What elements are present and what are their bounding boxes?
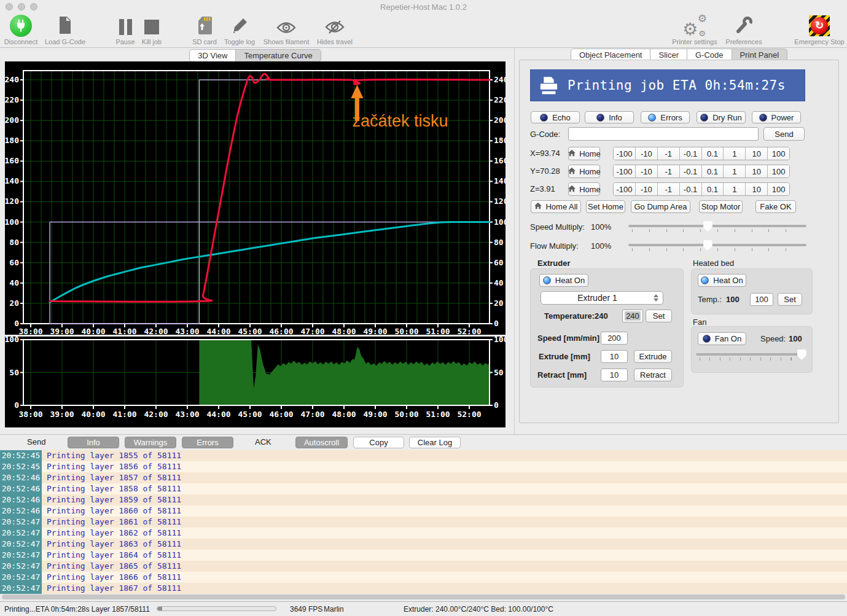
jog-step-button[interactable]: -0.1 xyxy=(679,147,701,160)
svg-text:46:00: 46:00 xyxy=(269,327,293,335)
jog-step-button[interactable]: -1 xyxy=(657,183,679,195)
toggle-info[interactable]: Info xyxy=(585,111,634,123)
emergency-stop-button[interactable]: ↻ Emergency Stop xyxy=(793,15,846,45)
stop-motor-button[interactable]: Stop Motor xyxy=(699,200,743,213)
toggle-log-button[interactable]: Toggle log xyxy=(221,15,258,45)
jog-step-button[interactable]: 100 xyxy=(767,147,789,160)
fan-speed-slider[interactable] xyxy=(696,349,805,361)
jog-step-button[interactable]: -1 xyxy=(657,165,679,177)
gcode-input[interactable] xyxy=(568,127,759,141)
go-dump-area-button[interactable]: Go Dump Area xyxy=(631,200,690,213)
jog-step-button[interactable]: -10 xyxy=(635,165,657,177)
button-label: Fake OK xyxy=(760,202,791,211)
shows-filament-button[interactable]: Shows filament xyxy=(260,15,313,45)
svg-text:50:00: 50:00 xyxy=(394,410,418,419)
printer-settings-button[interactable]: ⚙⚙⚙ Printer settings xyxy=(669,15,720,45)
extruder-temp-input[interactable]: 240 xyxy=(622,310,643,322)
load-gcode-button[interactable]: Load G-Code xyxy=(42,15,88,45)
app-window: Repetier-Host Mac 1.0.2 Disconnect Load … xyxy=(0,0,847,616)
fake-ok-button[interactable]: Fake OK xyxy=(755,200,796,213)
preferences-button[interactable]: Preferences xyxy=(723,15,765,45)
axis-position-z: Z=3.91 xyxy=(530,184,555,193)
jog-step-button[interactable]: 100 xyxy=(767,165,789,177)
toggle-echo[interactable]: Echo xyxy=(531,111,580,123)
svg-text:0: 0 xyxy=(14,400,19,410)
extruder-heat-toggle[interactable]: Heat On xyxy=(539,274,588,287)
pencil-icon xyxy=(231,17,248,37)
retract-button[interactable]: Retract xyxy=(634,368,672,381)
jog-step-button[interactable]: 1 xyxy=(723,183,745,195)
log-clear-button[interactable]: Clear Log xyxy=(409,437,461,448)
extruder-selector[interactable]: Extruder 1 xyxy=(541,291,663,305)
speed-input[interactable]: 200 xyxy=(601,332,628,345)
log-message: Printing layer 1859 of 58111 xyxy=(42,494,181,505)
retract-input[interactable]: 10 xyxy=(601,368,628,381)
bed-temp-set-button[interactable]: Set xyxy=(778,293,802,306)
hides-travel-button[interactable]: Hides travel xyxy=(314,15,355,45)
toggle-dry-run[interactable]: Dry Run xyxy=(697,111,746,123)
jog-step-button[interactable]: 0.1 xyxy=(701,183,724,195)
fan-toggle[interactable]: Fan On xyxy=(698,332,746,345)
bed-heat-toggle[interactable]: Heat On xyxy=(698,274,746,287)
jog-step-button[interactable]: 10 xyxy=(745,147,767,160)
log-autoscroll-button[interactable]: Autoscroll xyxy=(295,437,348,448)
log-ack-label[interactable]: ACK xyxy=(255,437,271,446)
extrude-button[interactable]: Extrude xyxy=(634,350,672,363)
toggle-errors[interactable]: Errors xyxy=(641,111,690,123)
jog-step-button[interactable]: -100 xyxy=(614,147,635,160)
view-tab-bar: 3D ViewTemperature Curve xyxy=(5,49,505,62)
log-send-label[interactable]: Send xyxy=(27,437,45,446)
log-timestamp: 20:52:46 xyxy=(0,472,42,483)
jog-step-button[interactable]: 10 xyxy=(745,165,767,177)
pause-button[interactable]: Pause xyxy=(113,15,138,45)
jog-step-button[interactable]: 100 xyxy=(767,183,789,195)
jog-step-button[interactable]: 0.1 xyxy=(701,165,724,177)
disconnect-button[interactable]: Disconnect xyxy=(2,15,39,45)
kill-job-button[interactable]: Kill job xyxy=(139,15,165,45)
log-message: Printing layer 1865 of 58111 xyxy=(42,561,181,572)
sd-card-button[interactable]: SD card xyxy=(189,15,220,45)
jog-step-button[interactable]: -0.1 xyxy=(679,183,701,195)
jog-step-button[interactable]: 10 xyxy=(745,183,767,195)
jog-step-button[interactable]: 1 xyxy=(723,165,745,177)
jog-step-button[interactable]: -10 xyxy=(635,183,657,195)
status-text: Printing...ETA 0h:54m:28s Layer 1857/581… xyxy=(4,605,150,614)
jog-step-button[interactable]: -0.1 xyxy=(679,165,701,177)
svg-text:44:00: 44:00 xyxy=(206,327,230,335)
set-home-button[interactable]: Set Home xyxy=(586,200,625,213)
home-z-button[interactable]: Home xyxy=(568,182,600,196)
log-timestamp: 20:52:47 xyxy=(0,528,42,539)
log-scrollbar[interactable] xyxy=(2,595,845,599)
jog-step-button[interactable]: 0.1 xyxy=(701,147,724,160)
jog-step-button[interactable]: -100 xyxy=(614,183,635,195)
log-filter-warnings[interactable]: Warnings xyxy=(125,437,176,448)
fps-text: 3649 FPS xyxy=(290,605,322,614)
log-row: 20:52:47Printing layer 1866 of 58111 xyxy=(0,572,847,583)
send-gcode-button[interactable]: Send xyxy=(763,127,805,141)
svg-text:20: 20 xyxy=(494,298,504,308)
extruder-temp-set-button[interactable]: Set xyxy=(646,310,672,322)
tab-temperature-curve[interactable]: Temperature Curve xyxy=(235,49,321,62)
home-all-button[interactable]: Home All xyxy=(531,200,581,213)
jog-step-button[interactable]: -100 xyxy=(614,165,635,177)
pause-icon xyxy=(119,19,132,35)
jog-step-button[interactable]: -1 xyxy=(657,147,679,160)
home-y-button[interactable]: Home xyxy=(568,165,600,178)
log-filter-info[interactable]: Info xyxy=(68,437,119,448)
toggle-power[interactable]: Power xyxy=(752,111,801,123)
bed-temp-input[interactable]: 100 xyxy=(750,293,773,306)
tab-3d-view[interactable]: 3D View xyxy=(189,49,236,62)
log-list[interactable]: 20:52:45Printing layer 1855 of 5811120:5… xyxy=(0,450,847,594)
svg-text:50: 50 xyxy=(494,368,504,377)
flow-multiply-slider[interactable] xyxy=(628,240,806,252)
log-copy-button[interactable]: Copy xyxy=(353,437,404,448)
log-filter-errors[interactable]: Errors xyxy=(182,437,233,448)
svg-text:200: 200 xyxy=(494,115,505,125)
vertical-splitter[interactable] xyxy=(514,48,515,434)
jog-step-button[interactable]: -10 xyxy=(635,147,657,160)
speed-multiply-slider[interactable] xyxy=(628,220,806,233)
jog-step-button[interactable]: 1 xyxy=(723,147,745,160)
eta-text: Printing job ETA 0h:54m:27s xyxy=(568,78,786,93)
home-x-button[interactable]: Home xyxy=(568,147,600,160)
extrude-input[interactable]: 10 xyxy=(601,350,628,363)
